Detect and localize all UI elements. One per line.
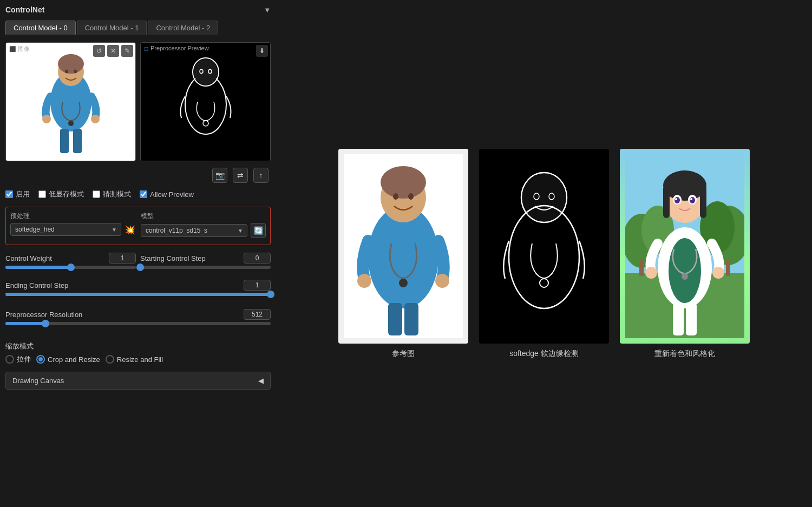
edge-image-bg: [479, 149, 609, 344]
starting-step-thumb[interactable]: [136, 264, 144, 271]
svg-point-23: [381, 166, 426, 199]
model-selection-row: 预处理 softedge_hed none canny depth 💥 模型: [5, 207, 271, 245]
low-vram-checkbox[interactable]: 低显存模式: [38, 189, 84, 199]
svg-rect-62: [686, 303, 697, 335]
tab-control-model-2[interactable]: Control Model - 2: [148, 21, 218, 35]
preprocessor-preview-label: ◻ Preprocessor Preview: [144, 45, 209, 51]
zoom-mode-section: 缩放模式 拉伸 Crop and Resize Resize and Fill: [5, 341, 271, 364]
stretch-radio-circle[interactable]: [5, 355, 14, 364]
svg-rect-10: [73, 129, 82, 153]
radio-stretch[interactable]: 拉伸: [5, 354, 31, 364]
svg-point-5: [74, 70, 77, 74]
edge-nurse-svg: [484, 154, 604, 338]
svg-point-6: [42, 115, 51, 123]
preprocessor-select[interactable]: softedge_hed none canny depth: [10, 223, 121, 236]
image-area: ⬛ 图像 ↺ ✕ ✎: [5, 42, 271, 161]
right-panel: 参考图: [276, 0, 812, 507]
checkboxes-row: 启用 低显存模式 猜测模式 Allow Preview: [5, 189, 271, 199]
preprocessor-select-wrapper: softedge_hed none canny depth: [10, 223, 121, 236]
output-image-anime: 重新着色和风格化: [620, 149, 750, 359]
tab-control-model-1[interactable]: Control Model - 1: [77, 21, 147, 35]
svg-point-58: [645, 267, 657, 279]
edit-image-btn[interactable]: ✎: [121, 45, 133, 57]
refresh-image-btn[interactable]: ↺: [93, 45, 105, 57]
drawing-canvas-icon: ◀: [258, 377, 264, 385]
anime-image-bg: [620, 149, 750, 344]
model-section: 模型 control_v11p_sd15_s none 🔄: [141, 212, 266, 238]
svg-point-56: [675, 198, 677, 200]
svg-rect-9: [60, 129, 69, 153]
preprocessor-preview-box[interactable]: ◻ Preprocessor Preview ⬇: [140, 42, 271, 161]
control-weight-input[interactable]: [109, 253, 136, 264]
preprocessor-res-header: Preprocessor Resolution: [5, 309, 271, 320]
svg-rect-61: [673, 303, 684, 335]
drawing-canvas-label: Drawing Canvas: [12, 377, 64, 385]
action-buttons: 📷 ⇄ ↑: [5, 168, 271, 183]
guess-mode-checkbox[interactable]: 猜测模式: [93, 189, 131, 199]
tab-control-model-0[interactable]: Control Model - 0: [5, 21, 76, 35]
left-panel: ControlNet ▼ Control Model - 0 Control M…: [0, 0, 276, 507]
svg-rect-30: [404, 303, 418, 335]
swap-btn[interactable]: ⇄: [233, 168, 248, 183]
svg-rect-50: [663, 186, 670, 218]
svg-point-60: [682, 273, 688, 280]
preprocessor-res-track[interactable]: [5, 322, 271, 325]
enable-checkbox[interactable]: 启用: [5, 189, 30, 199]
anime-nurse-svg: [625, 154, 744, 338]
upload-btn[interactable]: ↑: [253, 168, 269, 183]
starting-step-input[interactable]: [244, 253, 271, 264]
control-weight-thumb[interactable]: [67, 264, 75, 271]
ref-caption: 参考图: [392, 349, 415, 359]
control-weight-track[interactable]: [5, 266, 136, 269]
preprocessor-select-row: softedge_hed none canny depth 💥: [10, 223, 135, 236]
preprocessor-res-thumb[interactable]: [42, 320, 49, 327]
svg-rect-45: [726, 260, 730, 276]
drawing-canvas-row[interactable]: Drawing Canvas ◀: [5, 372, 271, 390]
zoom-mode-options: 拉伸 Crop and Resize Resize and Fill: [5, 354, 271, 364]
radio-crop-resize[interactable]: Crop and Resize: [36, 355, 100, 364]
preprocessor-section: 预处理 softedge_hed none canny depth 💥: [10, 212, 135, 238]
preprocessor-res-fill: [5, 322, 45, 325]
output-image-reference: 参考图: [338, 149, 468, 359]
nurse-svg: [33, 48, 109, 156]
control-weight-header: Control Weight: [5, 253, 136, 264]
svg-point-55: [690, 197, 695, 203]
camera-btn[interactable]: 📷: [212, 168, 227, 183]
starting-step-slider: Starting Control Step: [140, 253, 271, 274]
model-select-row: control_v11p_sd15_s none 🔄: [141, 223, 266, 238]
edge-caption: softedge 软边缘检测: [509, 349, 579, 359]
controlnet-title: ControlNet: [5, 5, 44, 14]
download-preview-btn[interactable]: ⬇: [256, 45, 268, 57]
ending-step-track[interactable]: [5, 293, 271, 296]
model-labels: 预处理 softedge_hed none canny depth 💥 模型: [10, 212, 266, 238]
close-image-btn[interactable]: ✕: [107, 45, 119, 57]
svg-point-27: [435, 274, 449, 288]
starting-step-track[interactable]: [140, 266, 271, 269]
output-image-container-anime: [620, 149, 750, 344]
output-image-edge: softedge 软边缘检测: [479, 149, 609, 359]
ref-image-bg: [338, 149, 468, 344]
tabs-container: Control Model - 0 Control Model - 1 Cont…: [5, 21, 271, 35]
crop-resize-radio-circle[interactable]: [36, 355, 45, 364]
svg-point-24: [393, 193, 398, 200]
svg-rect-44: [639, 260, 644, 276]
refresh-model-btn[interactable]: 🔄: [251, 223, 266, 238]
svg-rect-51: [700, 186, 706, 218]
collapse-icon[interactable]: ▼: [264, 6, 271, 14]
output-images: 参考图: [338, 149, 750, 359]
preprocessor-res-input[interactable]: [244, 309, 271, 320]
ending-step-input[interactable]: [244, 280, 271, 291]
preview-box-controls: ⬇: [256, 45, 268, 57]
svg-point-25: [408, 193, 414, 200]
image-label: ⬛ 图像: [9, 45, 30, 53]
input-image-box[interactable]: ⬛ 图像 ↺ ✕ ✎: [5, 42, 136, 161]
controlnet-header: ControlNet ▼: [5, 5, 271, 14]
radio-resize-fill[interactable]: Resize and Fill: [106, 355, 163, 364]
control-weight-fill: [5, 266, 71, 269]
allow-preview-checkbox[interactable]: Allow Preview: [140, 190, 194, 199]
resize-fill-radio-circle[interactable]: [106, 355, 114, 364]
ending-step-thumb[interactable]: [267, 291, 274, 298]
svg-point-26: [357, 274, 371, 288]
svg-point-32: [522, 174, 566, 221]
model-select[interactable]: control_v11p_sd15_s none: [141, 224, 247, 237]
